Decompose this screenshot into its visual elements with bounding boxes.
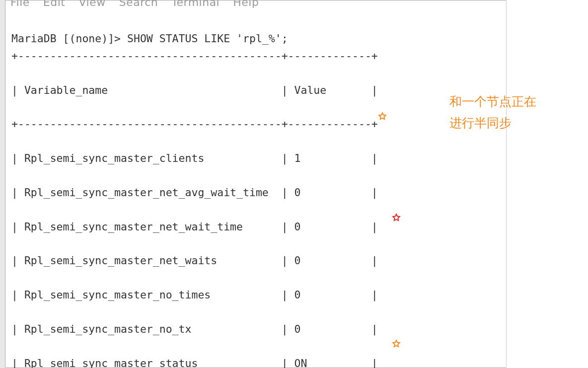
menu-edit[interactable]: Edit [43,0,66,8]
db-prompt: MariaDB [(none)]> [11,32,127,45]
menu-view[interactable]: View [78,0,105,8]
terminal-output[interactable]: MariaDB [(none)]> SHOW STATUS LIKE 'rpl_… [5,9,506,368]
menu-terminal[interactable]: Terminal [171,0,220,8]
table-top-border: +---------------------------------------… [11,48,500,65]
table-row: | Rpl_semi_sync_master_status | ON | [11,355,500,368]
annotation-line2: 进行半同步 [449,112,579,134]
menu-file[interactable]: File [10,0,30,8]
annotation-text: 和一个节点正在 进行半同步 [449,91,579,133]
prompt-line: MariaDB [(none)]> SHOW STATUS LIKE 'rpl_… [11,32,288,45]
terminal-window[interactable]: File Edit View Search Terminal Help Mari… [5,0,507,368]
table-row: | Rpl_semi_sync_master_clients | 1 | [11,150,500,167]
table-header-row: | Variable_name | Value | [11,82,500,99]
table-row: | Rpl_semi_sync_master_net_avg_wait_time… [11,184,500,201]
menu-search[interactable]: Search [119,0,158,8]
sql-command: SHOW STATUS LIKE 'rpl_%'; [127,32,288,45]
table-header-border: +---------------------------------------… [11,116,500,133]
menu-help[interactable]: Help [233,0,259,8]
table-row: | Rpl_semi_sync_master_net_wait_time | 0… [11,219,500,235]
table-row: | Rpl_semi_sync_master_no_tx | 0 | [11,321,500,338]
annotation-line1: 和一个节点正在 [449,91,579,112]
left-gutter [0,0,5,368]
table-row: | Rpl_semi_sync_master_net_waits | 0 | [11,252,500,269]
menu-bar: File Edit View Search Terminal Help [5,0,506,9]
table-row: | Rpl_semi_sync_master_no_times | 0 | [11,287,500,303]
